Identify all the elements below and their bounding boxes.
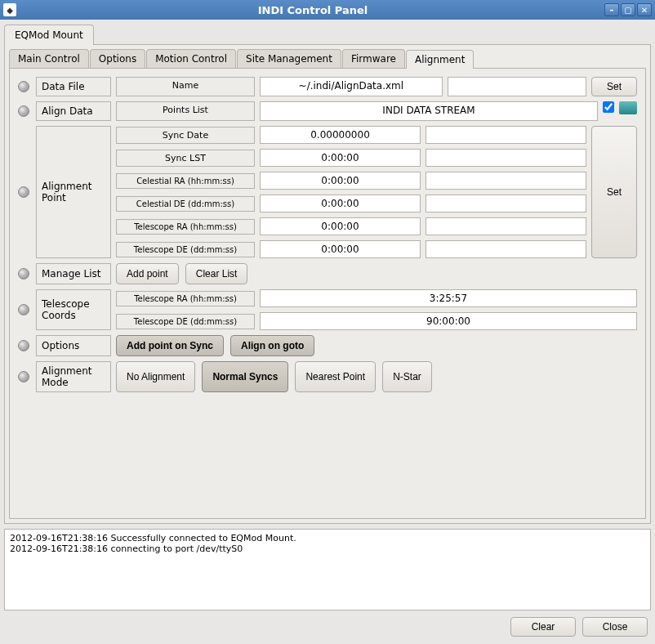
tab-motion-control[interactable]: Motion Control xyxy=(146,49,236,68)
prop-label: Align Data xyxy=(36,101,111,121)
close-button[interactable]: Close xyxy=(582,617,648,637)
prop-label: Telescope Coords xyxy=(36,289,111,330)
titlebar: ◆ INDI Control Panel – ▢ ✕ xyxy=(0,0,655,20)
element-label: Celestial RA (hh:mm:ss) xyxy=(116,173,255,189)
device-panel: Main Control Options Motion Control Site… xyxy=(4,45,651,524)
window-title: INDI Control Panel xyxy=(21,4,604,16)
element-value: ~/.indi/AlignData.xml xyxy=(260,77,443,96)
prop-alignment-mode: Alignment Mode No Alignment Normal Syncs… xyxy=(18,361,637,392)
mode-no-alignment[interactable]: No Alignment xyxy=(116,361,195,392)
element-value: 0:00:00 xyxy=(260,195,421,212)
tab-site-management[interactable]: Site Management xyxy=(237,49,341,68)
group-tabbar: Main Control Options Motion Control Site… xyxy=(9,49,646,69)
tab-alignment[interactable]: Alignment xyxy=(406,50,474,69)
align-on-goto-toggle[interactable]: Align on goto xyxy=(230,335,314,356)
element-value: 0:00:00 xyxy=(260,149,421,167)
tab-firmware[interactable]: Firmware xyxy=(342,49,405,68)
mode-normal-syncs[interactable]: Normal Syncs xyxy=(202,361,288,392)
window-buttons: – ▢ ✕ xyxy=(604,3,652,16)
element-column: Telescope RA (hh:mm:ss)3:25:57 Telescope… xyxy=(116,289,637,330)
status-led xyxy=(18,340,29,351)
blob-enable-checkbox[interactable] xyxy=(603,101,614,113)
element-value: 0:00:00 xyxy=(260,172,421,190)
element-input[interactable] xyxy=(426,240,586,258)
status-led xyxy=(18,268,29,280)
element-input[interactable] xyxy=(426,149,586,167)
switch-row: Add point on Sync Align on goto xyxy=(116,335,314,356)
element-value: 0:00:00 xyxy=(260,240,421,258)
minimize-button[interactable]: – xyxy=(604,3,619,16)
prop-manage-list: Manage List Add point Clear List xyxy=(18,263,637,284)
tab-options[interactable]: Options xyxy=(90,49,145,68)
status-led xyxy=(18,81,29,92)
element-label: Telescope RA (hh:mm:ss) xyxy=(116,291,255,306)
prop-label: Alignment Mode xyxy=(36,361,111,392)
tab-main-control[interactable]: Main Control xyxy=(9,49,89,68)
prop-align-data: Align Data Points List INDI DATA STREAM xyxy=(18,101,637,121)
element-value: 0.00000000 xyxy=(260,126,421,144)
mode-nearest-point[interactable]: Nearest Point xyxy=(295,361,376,392)
element-input[interactable] xyxy=(426,195,586,212)
element-input[interactable] xyxy=(426,172,586,190)
log-panel[interactable]: 2012-09-16T21:38:16 Successfully connect… xyxy=(4,529,651,610)
status-led xyxy=(18,186,29,198)
device-tab-eqmod[interactable]: EQMod Mount xyxy=(4,25,94,45)
element-label: Telescope DE (dd:mm:ss) xyxy=(116,242,255,257)
element-input[interactable] xyxy=(448,77,586,96)
prop-label: Alignment Point xyxy=(36,126,111,258)
prop-label: Data File xyxy=(36,77,111,96)
element-label: Telescope DE (dd:mm:ss) xyxy=(116,314,255,329)
set-button[interactable]: Set xyxy=(591,77,637,96)
set-button[interactable]: Set xyxy=(591,126,637,258)
add-point-on-sync-toggle[interactable]: Add point on Sync xyxy=(116,335,224,356)
element-input[interactable] xyxy=(426,217,586,235)
content: EQMod Mount Main Control Options Motion … xyxy=(0,20,655,644)
clear-list-button[interactable]: Clear List xyxy=(185,263,248,284)
element-label: Telescope RA (hh:mm:ss) xyxy=(116,219,255,235)
element-value: 0:00:00 xyxy=(260,217,421,235)
add-point-button[interactable]: Add point xyxy=(116,263,179,284)
element-value: 3:25:57 xyxy=(260,289,637,307)
blob-icon xyxy=(619,101,637,114)
window: ◆ INDI Control Panel – ▢ ✕ EQMod Mount M… xyxy=(0,0,655,644)
prop-telescope-coords: Telescope Coords Telescope RA (hh:mm:ss)… xyxy=(18,289,637,330)
property-area: Data File Name ~/.indi/AlignData.xml Set… xyxy=(9,69,646,519)
clear-button[interactable]: Clear xyxy=(510,617,576,637)
footer-buttons: Clear Close xyxy=(4,610,651,640)
element-column: Sync Date0.00000000 Sync LST0:00:00 Cele… xyxy=(116,126,586,258)
prop-data-file: Data File Name ~/.indi/AlignData.xml Set xyxy=(18,77,637,96)
element-label: Points List xyxy=(116,101,255,121)
element-value: 90:00:00 xyxy=(260,312,637,330)
element-value: INDI DATA STREAM xyxy=(260,101,598,121)
element-label: Celestial DE (dd:mm:ss) xyxy=(116,196,255,212)
prop-label: Manage List xyxy=(36,263,111,284)
element-label: Sync Date xyxy=(116,127,255,144)
status-led xyxy=(18,105,29,117)
prop-options: Options Add point on Sync Align on goto xyxy=(18,335,637,356)
status-led xyxy=(18,304,29,315)
switch-row: No Alignment Normal Syncs Nearest Point … xyxy=(116,361,432,392)
switch-row: Add point Clear List xyxy=(116,263,247,284)
element-label: Name xyxy=(116,77,255,96)
prop-label: Options xyxy=(36,335,111,356)
close-window-button[interactable]: ✕ xyxy=(637,3,652,16)
element-input[interactable] xyxy=(426,126,586,144)
mode-n-star[interactable]: N-Star xyxy=(382,361,432,392)
maximize-button[interactable]: ▢ xyxy=(621,3,635,16)
app-icon: ◆ xyxy=(3,3,16,16)
prop-alignment-point: Alignment Point Sync Date0.00000000 Sync… xyxy=(18,126,637,258)
device-tabbar: EQMod Mount xyxy=(4,24,651,45)
status-led xyxy=(18,371,29,382)
element-label: Sync LST xyxy=(116,150,255,167)
